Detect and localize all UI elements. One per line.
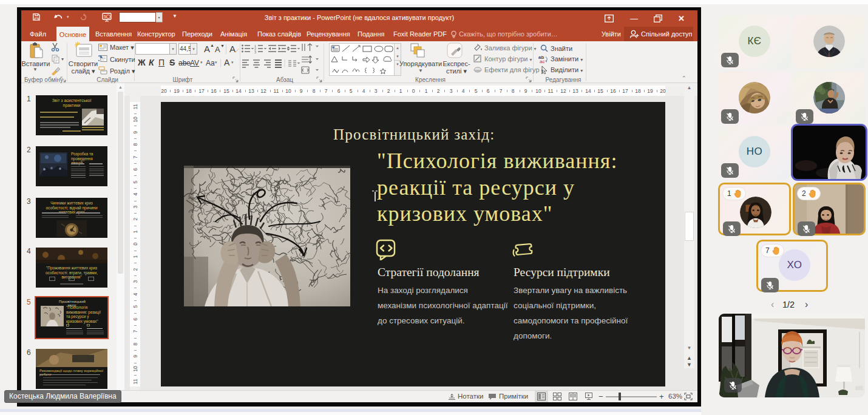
svg-text:ac: ac [540,59,544,64]
svg-text:3: 3 [254,50,256,54]
